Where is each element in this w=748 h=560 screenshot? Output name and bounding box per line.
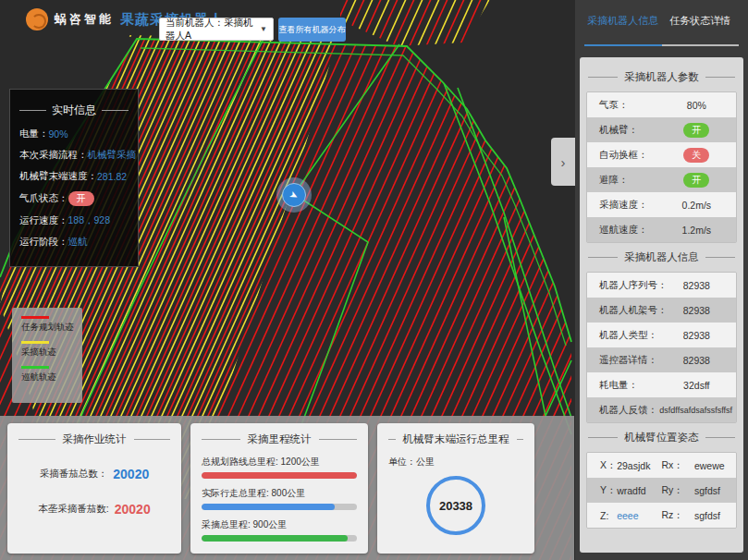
robot-type-value: 82938 — [657, 330, 736, 341]
serial-number-label: 机器人序列号： — [587, 279, 657, 292]
air-pump-label: 气泵： — [587, 99, 657, 112]
gripper-state-row: 气爪状态： 开 — [19, 191, 129, 206]
row-tomato-value: 20020 — [115, 502, 151, 517]
pick-process-row: 本次采摘流程： 机械臂采摘 — [19, 149, 129, 162]
total-tomato-row: 采摘番茄总数： 20020 — [18, 467, 170, 481]
pose-rz-value: sgfdsf — [694, 510, 736, 521]
robot-marker-circle: ➤ — [282, 183, 306, 207]
planned-mileage-value: 1200公里 — [281, 457, 320, 467]
robot-feedback-value: dsfdffsafdsafssfsffsf — [657, 406, 736, 415]
power-usage-row: 耗电量： 32dsff — [587, 372, 736, 397]
view-all-robots-button[interactable]: 查看所有机器分布 — [278, 18, 346, 42]
planned-mileage-text: 总规划路线总里程: — [202, 457, 278, 467]
brand-logo-icon — [26, 8, 48, 30]
row-tomato-label: 本垄采摘番茄数: — [38, 503, 108, 516]
pose-rx-value: ewewe — [694, 460, 736, 471]
pick-speed-value: 0.2m/s — [657, 200, 736, 211]
pick-mileage-bar-track — [202, 535, 357, 542]
arm-mileage-title: 机械臂末端运行总里程 — [388, 432, 523, 446]
cruise-track-label: 巡航轨迹 — [21, 371, 73, 383]
tab-underline-inactive — [662, 44, 740, 46]
total-tomato-value: 20020 — [113, 467, 149, 481]
mileage-stats-card: 采摘里程统计 总规划路线总里程: 1200公里 实际行走总里程: 800公里 采… — [190, 423, 368, 554]
auto-box-row: 自动换框： 关 — [587, 142, 736, 167]
total-tomato-label: 采摘番茄总数： — [40, 468, 108, 481]
pose-z-label: Z: — [587, 510, 617, 521]
walked-mileage-value: 800公里 — [272, 488, 306, 498]
right-sidebar: 采摘机器人信息 任务状态详情 采摘机器人参数 气泵： 80% 机械臂： 开 自动… — [575, 0, 748, 560]
pose-y-label: Y： — [587, 484, 617, 497]
run-speed-row: 运行速度： 188，928 — [19, 214, 129, 227]
frame-number-row: 机器人机架号： 82938 — [587, 298, 736, 323]
brand-name: 蜗咨智能 — [55, 11, 114, 28]
cruise-speed-row: 巡航速度： 1.2m/s — [587, 217, 736, 242]
robot-feedback-row: 机器人反馈： dsfdffsafdsafssfsffsf — [587, 397, 736, 422]
auto-box-label: 自动换框： — [587, 149, 657, 162]
tab-robot-info[interactable]: 采摘机器人信息 — [584, 14, 662, 28]
info-table: 机器人序列号： 82938 机器人机架号： 82938 机器人类型： 82938… — [586, 272, 737, 423]
obstacle-avoid-badge: 开 — [683, 173, 709, 188]
run-stage-row: 运行阶段： 巡航 — [19, 236, 129, 249]
mileage-stats-title: 采摘里程统计 — [202, 432, 357, 446]
robot-type-label: 机器人类型： — [587, 329, 657, 342]
remote-detail-row: 遥控器详情： 82938 — [587, 347, 736, 372]
sidebar-content: 采摘机器人参数 气泵： 80% 机械臂： 开 自动换框： 关 避障： 开 采摘速… — [580, 57, 743, 553]
cruise-track-swatch — [21, 366, 49, 369]
sidebar-collapse-handle[interactable]: › — [551, 138, 575, 186]
tab-task-status[interactable]: 任务状态详情 — [662, 14, 740, 28]
planned-mileage-block: 总规划路线总里程: 1200公里 — [202, 456, 357, 479]
auto-box-badge-wrap: 关 — [657, 148, 736, 163]
planned-mileage-label: 总规划路线总里程: 1200公里 — [202, 456, 357, 469]
legend-item-task-track: 任务规划轨迹 — [21, 316, 73, 334]
task-track-swatch — [21, 316, 49, 319]
legend-item-cruise-track: 巡航轨迹 — [21, 366, 73, 383]
pick-mileage-value: 900公里 — [253, 519, 288, 530]
run-speed-label: 运行速度： — [19, 214, 68, 227]
pose-ry-label: Ry： — [661, 484, 693, 497]
legend-item-pick-track: 采摘轨迹 — [21, 341, 73, 359]
pose-ry-value: sgfdsf — [694, 485, 736, 496]
pick-speed-row: 采摘速度： 0.2m/s — [587, 192, 736, 217]
tab-underline-active — [584, 44, 662, 46]
arm-speed-row: 机械臂末端速度： 281.82 — [19, 170, 129, 183]
chevron-right-icon: › — [561, 154, 566, 170]
run-stage-label: 运行阶段： — [19, 236, 68, 249]
pick-mileage-bar-fill — [202, 535, 348, 542]
harvest-stats-card: 采摘作业统计 采摘番茄总数： 20020 本垄采摘番茄数: 20020 — [7, 423, 181, 554]
gripper-state-label: 气爪状态： — [19, 192, 68, 205]
arm-switch-row: 机械臂： 开 — [587, 117, 736, 142]
pick-track-swatch — [21, 341, 49, 344]
planned-mileage-bar-track — [202, 472, 357, 479]
serial-number-value: 82938 — [657, 280, 736, 291]
obstacle-avoid-label: 避障： — [587, 174, 657, 187]
unit-label: 单位：公里 — [388, 456, 523, 469]
walked-mileage-block: 实际行走总里程: 800公里 — [202, 487, 357, 510]
auto-box-badge: 关 — [683, 148, 709, 163]
battery-label: 电量： — [19, 128, 49, 140]
robot-position-marker[interactable]: ➤ — [276, 177, 312, 213]
pose-rx-label: Rx： — [661, 459, 693, 472]
pose-x-label: X： — [587, 459, 617, 472]
harvest-stats-title: 采摘作业统计 — [18, 432, 170, 446]
info-section-title: 采摘机器人信息 — [588, 250, 735, 264]
robot-selector[interactable]: 当前机器人：采摘机器人A ▼ — [159, 18, 274, 41]
row-tomato-row: 本垄采摘番茄数: 20020 — [18, 502, 170, 517]
planned-mileage-bar-fill — [202, 472, 357, 479]
chevron-down-icon: ▼ — [260, 25, 267, 33]
walked-mileage-bar-track — [202, 504, 357, 510]
navigation-arrow-icon: ➤ — [288, 188, 300, 202]
realtime-panel-title: 实时信息 — [19, 103, 129, 118]
battery-row: 电量： 90% — [19, 128, 129, 140]
pose-y-value: wradfd — [617, 485, 661, 496]
walked-mileage-bar-fill — [202, 504, 335, 510]
pose-section-title: 机械臂位置姿态 — [588, 431, 735, 444]
pose-z-value: eeee — [617, 510, 661, 521]
track-legend: 任务规划轨迹 采摘轨迹 巡航轨迹 — [12, 308, 82, 403]
run-stage-value: 巡航 — [68, 236, 88, 249]
arm-switch-badge: 开 — [683, 123, 709, 138]
cruise-speed-value: 1.2m/s — [657, 225, 736, 236]
arm-speed-label: 机械臂末端速度： — [19, 170, 97, 183]
pick-mileage-text: 采摘总里程: — [202, 519, 251, 530]
pick-process-label: 本次采摘流程： — [19, 149, 88, 162]
arm-mileage-ring: 20338 — [426, 476, 485, 535]
